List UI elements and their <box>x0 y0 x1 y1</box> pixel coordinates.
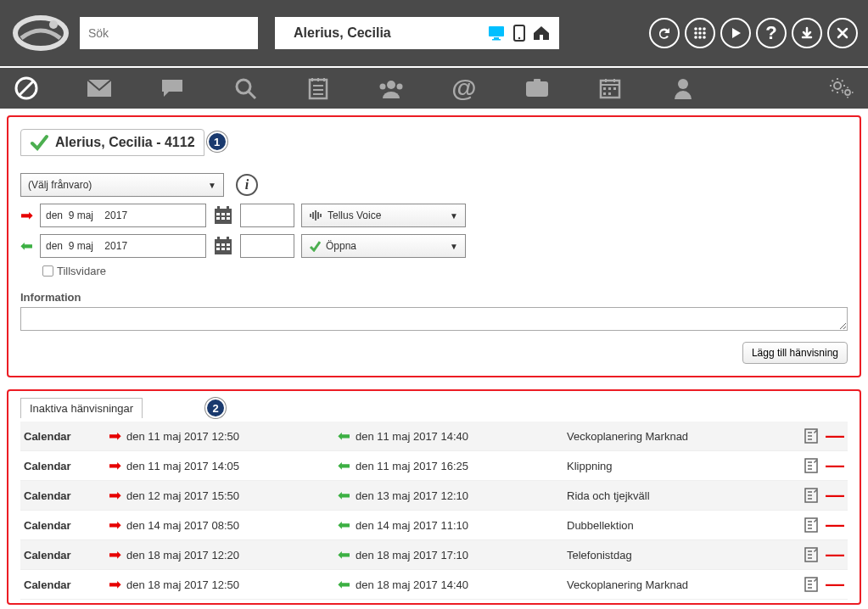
svg-rect-60 <box>216 243 220 246</box>
svg-rect-45 <box>215 209 232 224</box>
svg-rect-64 <box>221 248 225 250</box>
edit-icon[interactable] <box>804 427 819 444</box>
row-title: Veckoplanering Marknad <box>567 430 790 443</box>
svg-rect-53 <box>227 206 229 210</box>
nav-people-icon[interactable] <box>375 72 407 104</box>
refresh-button[interactable] <box>649 18 680 48</box>
information-textarea[interactable] <box>20 307 848 331</box>
help-button[interactable]: ? <box>756 18 787 48</box>
row-out: ➡den 12 maj 2017 15:50 <box>109 486 338 505</box>
inactive-tab[interactable]: Inaktiva hänvisningar <box>20 398 143 418</box>
delete-icon[interactable]: — <box>826 427 844 445</box>
date-in-input[interactable]: den 9 maj 2017 <box>40 234 206 258</box>
inactive-referrals-panel: Inaktiva hänvisningar 2 Calendar➡den 11 … <box>7 389 861 605</box>
nav-search-icon[interactable] <box>229 72 261 104</box>
svg-rect-51 <box>227 217 230 220</box>
time-out-input[interactable] <box>240 204 294 227</box>
row-source: Calendar <box>24 460 109 472</box>
panel-title: Alerius, Cecilia - 4112 1 <box>20 129 204 156</box>
arrow-in-icon: ➡ <box>338 575 350 594</box>
edit-icon[interactable] <box>804 487 819 504</box>
nav-at-icon[interactable]: @ <box>448 72 480 104</box>
voice-select[interactable]: Tellus Voice ▼ <box>301 204 466 227</box>
arrow-in-icon: ➡ <box>338 427 350 445</box>
dialpad-button[interactable] <box>685 18 715 48</box>
user-name: Alerius, Cecilia <box>283 25 391 41</box>
download-button[interactable] <box>792 18 822 48</box>
edit-icon[interactable] <box>804 546 819 563</box>
row-in: ➡den 11 maj 2017 16:25 <box>338 456 567 475</box>
nav-chat-icon[interactable] <box>156 72 188 104</box>
svg-rect-2 <box>489 26 504 36</box>
row-out: ➡den 11 maj 2017 12:50 <box>109 427 338 445</box>
arrow-out-icon: ➡ <box>109 516 121 534</box>
delete-icon[interactable]: — <box>826 516 844 534</box>
svg-rect-39 <box>613 87 616 90</box>
add-referral-button[interactable]: Lägg till hänvisning <box>742 342 848 364</box>
row-out: ➡den 14 maj 2017 08:50 <box>109 516 338 534</box>
nav-id-icon[interactable] <box>521 72 553 104</box>
info-button[interactable]: i <box>236 174 258 196</box>
nav-notepad-icon[interactable] <box>302 72 334 104</box>
row-title: Dubbellektion <box>567 519 790 532</box>
svg-rect-47 <box>221 213 225 215</box>
row-source: Calendar <box>24 549 109 562</box>
app-logo <box>10 13 71 53</box>
close-button[interactable] <box>827 18 858 48</box>
date-out-input[interactable]: den 9 maj 2017 <box>40 204 206 227</box>
svg-point-11 <box>698 31 702 35</box>
svg-point-14 <box>698 36 702 39</box>
edit-icon[interactable] <box>804 517 819 534</box>
edit-icon[interactable] <box>804 457 819 474</box>
svg-point-42 <box>678 79 688 89</box>
svg-rect-65 <box>227 248 230 250</box>
delete-icon[interactable]: — <box>826 575 844 594</box>
row-title: Rida och tjejkväll <box>567 489 790 502</box>
chevron-down-icon: ▼ <box>450 211 458 221</box>
row-title: Klippning <box>567 460 790 472</box>
table-row: Calendar➡den 18 maj 2017 12:20➡den 18 ma… <box>20 540 848 570</box>
check-icon <box>30 133 48 152</box>
tillsvidare-checkbox[interactable]: Tillsvidare <box>42 265 848 277</box>
svg-rect-67 <box>227 237 229 241</box>
svg-rect-48 <box>227 213 230 215</box>
table-row: Calendar➡den 12 maj 2017 15:50➡den 13 ma… <box>20 481 848 511</box>
arrow-out-icon: ➡ <box>109 486 121 505</box>
user-selector[interactable]: Alerius, Cecilia <box>275 17 559 49</box>
svg-line-20 <box>249 92 255 98</box>
svg-point-1 <box>49 20 58 29</box>
nav-block-icon[interactable] <box>10 72 42 104</box>
svg-rect-66 <box>217 237 220 241</box>
play-button[interactable] <box>720 18 751 48</box>
delete-icon[interactable]: — <box>826 456 844 475</box>
nav-mail-icon[interactable] <box>83 72 115 104</box>
svg-point-30 <box>397 84 403 90</box>
status-select[interactable]: Öppna ▼ <box>301 234 466 258</box>
nav-person-icon[interactable] <box>667 72 699 104</box>
absence-select[interactable]: (Välj frånvaro) ▼ <box>20 173 224 197</box>
delete-icon[interactable]: — <box>826 545 844 564</box>
table-row: Calendar➡den 18 maj 2017 12:50➡den 18 ma… <box>20 570 848 600</box>
svg-rect-41 <box>608 92 611 95</box>
nav-calendar-icon[interactable] <box>594 72 626 104</box>
row-out: ➡den 18 maj 2017 12:20 <box>109 545 338 564</box>
svg-rect-37 <box>603 87 606 90</box>
search-input[interactable] <box>80 17 258 49</box>
svg-rect-3 <box>494 37 499 39</box>
nav-settings-icon[interactable] <box>826 72 858 104</box>
row-source: Calendar <box>24 430 109 443</box>
edit-icon[interactable] <box>804 576 819 593</box>
svg-point-9 <box>703 27 706 31</box>
arrow-in-icon: ➡ <box>338 486 350 505</box>
svg-point-29 <box>380 84 386 90</box>
svg-point-8 <box>698 27 702 31</box>
svg-rect-46 <box>216 213 220 215</box>
home-icon <box>532 25 551 41</box>
waveform-icon <box>309 210 322 221</box>
row-out: ➡den 11 maj 2017 14:05 <box>109 456 338 475</box>
referral-list: Calendar➡den 11 maj 2017 12:50➡den 11 ma… <box>20 422 848 600</box>
calendar-picker-icon[interactable] <box>213 236 233 256</box>
time-in-input[interactable] <box>240 234 294 258</box>
calendar-picker-icon[interactable] <box>213 205 233 226</box>
delete-icon[interactable]: — <box>826 486 844 505</box>
